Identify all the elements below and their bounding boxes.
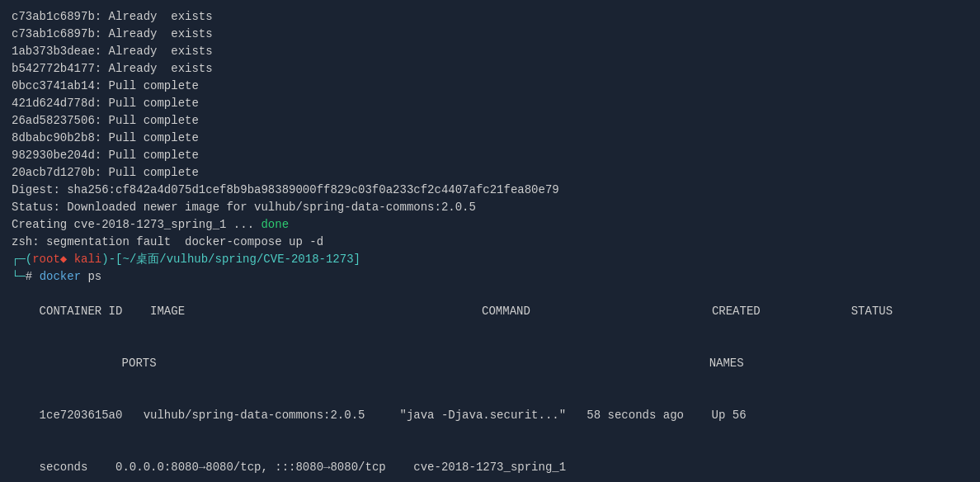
line-digest: Digest: sha256:cf842a4d075d1cef8b9ba9838…: [12, 182, 968, 199]
line-segfault: zsh: segmentation fault docker-compose u…: [12, 234, 968, 251]
prompt-line-1: ┌─(root◆ kali)-[~/桌面/vulhub/spring/CVE-2…: [12, 251, 968, 268]
line-1: c73ab1c6897b: Already exists: [12, 8, 968, 26]
corner-bl-icon-1: └─: [12, 268, 26, 286]
line-status: Status: Downloaded newer image for vulhu…: [12, 199, 968, 216]
table-row-1: 1ce7203615a0 vulhub/spring-data-commons:…: [12, 390, 968, 442]
terminal: c73ab1c6897b: Already exists c73ab1c6897…: [0, 0, 980, 482]
prompt-user-1: root: [32, 251, 60, 268]
table-row-2: seconds 0.0.0.0:8080→8080/tcp, :::8080→8…: [12, 442, 968, 482]
line-10: 20acb7d1270b: Pull complete: [12, 164, 968, 182]
table-header-2: PORTSNAMES: [12, 338, 968, 390]
line-7: 26ad58237506: Pull complete: [12, 112, 968, 130]
line-creating: Creating cve-2018-1273_spring_1 ... done: [12, 216, 968, 234]
prompt-bracket-close-1: ]: [354, 251, 360, 268]
line-4: b542772b4177: Already exists: [12, 60, 968, 78]
prompt-at-1: ◆: [60, 251, 67, 268]
prompt-args-1: ps: [81, 268, 101, 286]
line-6: 421d624d778d: Pull complete: [12, 95, 968, 112]
line-8: 8dbabc90b2b8: Pull complete: [12, 130, 968, 147]
prompt-host-1: kali: [67, 251, 101, 268]
line-3: 1ab373b3deae: Already exists: [12, 43, 968, 60]
line-9: 982930be204d: Pull complete: [12, 147, 968, 164]
prompt-hash-1: #: [26, 268, 40, 286]
prompt-docker-cmd: docker: [40, 268, 81, 286]
corner-tl-icon: ┌─(: [12, 251, 32, 268]
line-2: c73ab1c6897b: Already exists: [12, 26, 968, 43]
table-header: CONTAINER ID IMAGECOMMANDCREATEDSTATUS: [12, 286, 968, 338]
prompt-path-1: ~/桌面/vulhub/spring/CVE-2018-1273: [123, 251, 354, 268]
prompt-close-1: )-[: [101, 251, 122, 268]
prompt-cmd-line-1: └─# docker ps: [12, 268, 968, 286]
line-5: 0bcc3741ab14: Pull complete: [12, 78, 968, 95]
